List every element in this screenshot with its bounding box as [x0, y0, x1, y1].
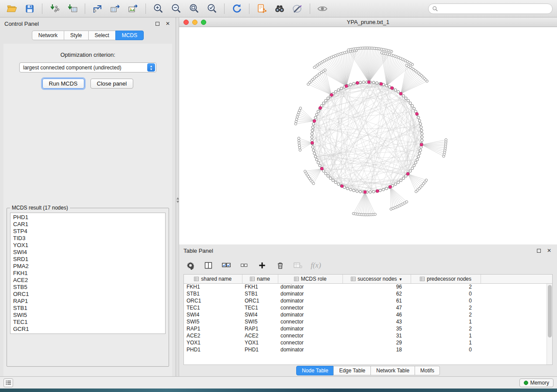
run-mcds-button[interactable]: Run MCDS [42, 79, 84, 89]
mcds-result-item[interactable]: PHD1 [10, 214, 165, 221]
memory-button[interactable]: Memory [519, 378, 554, 387]
tab-network[interactable]: Network [32, 31, 64, 40]
mcds-result-item[interactable]: CAR1 [10, 221, 165, 228]
open-file-button[interactable] [4, 2, 19, 15]
table-cell[interactable]: ACE2 [184, 332, 242, 339]
table-row[interactable]: SWI4SWI4dominator462 [184, 311, 552, 318]
export-image-button[interactable] [126, 2, 141, 15]
float-panel-icon[interactable] [154, 20, 161, 27]
mcds-result-item[interactable]: TID3 [10, 235, 165, 242]
table-cell[interactable]: FKH1 [184, 283, 242, 290]
table-cell[interactable]: ORC1 [242, 297, 278, 304]
select-all-button[interactable] [221, 260, 232, 271]
create-column-button[interactable] [257, 260, 267, 271]
mcds-result-item[interactable]: GCR1 [10, 326, 165, 333]
search-input[interactable] [440, 6, 549, 12]
table-cell[interactable]: YOX1 [184, 339, 242, 346]
close-window-icon[interactable] [183, 20, 189, 25]
table-cell[interactable]: 29 [343, 339, 411, 346]
close-panel-icon[interactable]: ✕ [164, 20, 171, 27]
table-cell[interactable]: ORC1 [184, 297, 242, 304]
table-cell[interactable]: STB1 [242, 290, 278, 297]
export-table-button[interactable] [108, 2, 123, 15]
table-cell[interactable]: SWI5 [184, 318, 242, 325]
table-row[interactable]: SWI5SWI5connector431 [184, 318, 552, 325]
table-cell[interactable]: 1 [411, 332, 481, 339]
mcds-result-item[interactable]: TEC1 [10, 319, 165, 326]
column-header-mcds-role[interactable]: MCDS role [278, 275, 343, 283]
table-row[interactable]: TEC1TEC1connector472 [184, 304, 552, 311]
table-row[interactable]: RAP1RAP1dominator352 [184, 325, 552, 332]
mcds-result-item[interactable]: STB5 [10, 284, 165, 291]
table-cell[interactable]: 2 [411, 311, 481, 318]
table-cell[interactable]: dominator [278, 283, 343, 290]
table-cell[interactable]: SWI4 [184, 311, 242, 318]
mcds-result-item[interactable]: STP4 [10, 228, 165, 235]
mcds-result-item[interactable]: ACE2 [10, 277, 165, 284]
import-network-button[interactable] [47, 2, 62, 15]
zoom-selected-button[interactable] [204, 2, 219, 15]
zoom-in-button[interactable] [151, 2, 166, 15]
table-cell[interactable]: 0 [411, 290, 481, 297]
save-session-button[interactable] [22, 2, 37, 15]
show-columns-button[interactable] [203, 260, 214, 271]
table-cell[interactable]: dominator [278, 290, 343, 297]
tab-network-table[interactable]: Network Table [370, 366, 415, 375]
network-window-titlebar[interactable]: YPA_prune.txt_1 [179, 17, 557, 27]
table-cell[interactable]: connector [278, 339, 343, 346]
mcds-result-item[interactable]: STB1 [10, 305, 165, 312]
table-row[interactable]: FKH1FKH1dominator962 [184, 283, 552, 290]
table-cell[interactable]: 31 [343, 332, 411, 339]
table-cell[interactable]: STB1 [184, 290, 242, 297]
table-row[interactable]: ACE2ACE2connector311 [184, 332, 552, 339]
table-cell[interactable]: 35 [343, 325, 411, 332]
table-cell[interactable]: SWI5 [242, 318, 278, 325]
table-cell[interactable]: 2 [411, 325, 481, 332]
table-cell[interactable]: YOX1 [242, 339, 278, 346]
refresh-button[interactable] [229, 2, 244, 15]
table-cell[interactable]: 61 [343, 297, 411, 304]
tab-style[interactable]: Style [64, 31, 89, 40]
table-cell[interactable]: ACE2 [242, 332, 278, 339]
table-cell[interactable]: connector [278, 304, 343, 311]
splitter-grip-icon[interactable] [176, 194, 179, 206]
close-table-panel-icon[interactable]: ✕ [546, 247, 553, 254]
maximize-window-icon[interactable] [201, 20, 206, 25]
table-settings-button[interactable] [185, 260, 196, 271]
table-cell[interactable]: 43 [343, 318, 411, 325]
table-cell[interactable]: TEC1 [242, 304, 278, 311]
table-cell[interactable]: PHD1 [184, 346, 242, 353]
mcds-result-item[interactable]: SWI4 [10, 249, 165, 256]
vizmap-button[interactable] [290, 2, 305, 15]
deselect-all-button[interactable] [239, 260, 249, 271]
table-row[interactable]: YOX1YOX1connector291 [184, 339, 552, 346]
tab-motifs[interactable]: Motifs [415, 366, 440, 375]
show-hide-graphics-button[interactable] [315, 2, 330, 15]
tab-mcds[interactable]: MCDS [115, 31, 144, 40]
tab-node-table[interactable]: Node Table [296, 366, 334, 375]
table-cell[interactable]: 2 [411, 283, 481, 290]
table-cell[interactable]: 96 [343, 283, 411, 290]
column-header-name[interactable]: name [242, 275, 278, 283]
mcds-result-item[interactable]: SWI5 [10, 312, 165, 319]
table-cell[interactable]: connector [278, 318, 343, 325]
column-header-shared-name[interactable]: shared name [184, 275, 242, 283]
panel-splitter[interactable] [176, 17, 179, 376]
minimize-window-icon[interactable] [192, 20, 197, 25]
mcds-result-item[interactable]: SRD1 [10, 256, 165, 263]
table-cell[interactable]: dominator [278, 325, 343, 332]
table-cell[interactable]: 18 [343, 346, 411, 353]
network-graph[interactable] [179, 27, 557, 244]
scrollbar-thumb[interactable] [548, 285, 552, 337]
network-view[interactable] [179, 27, 557, 244]
table-cell[interactable]: 46 [343, 311, 411, 318]
float-table-panel-icon[interactable] [535, 247, 542, 254]
table-cell[interactable]: dominator [278, 297, 343, 304]
table-cell[interactable]: 0 [411, 297, 481, 304]
mcds-result-item[interactable]: RAP1 [10, 298, 165, 305]
table-cell[interactable]: 0 [411, 346, 481, 353]
mcds-result-item[interactable]: ORC1 [10, 291, 165, 298]
tab-edge-table[interactable]: Edge Table [333, 366, 371, 375]
first-neighbors-button[interactable] [272, 2, 287, 15]
mcds-result-list[interactable]: PHD1CAR1STP4TID3YOX1SWI4SRD1PMA2FKH1ACE2… [10, 213, 166, 334]
